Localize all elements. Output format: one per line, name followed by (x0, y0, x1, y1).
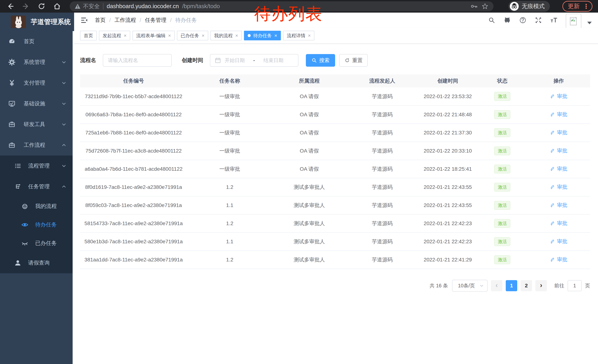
breadcrumb-home[interactable]: 首页 (95, 16, 106, 24)
tab-close-icon[interactable]: × (235, 33, 238, 38)
font-size-icon[interactable] (550, 16, 558, 24)
approve-link[interactable]: 审批 (550, 165, 567, 172)
reload-icon[interactable] (37, 2, 46, 10)
approve-link[interactable]: 审批 (550, 129, 567, 136)
date-range-picker[interactable]: 开始日期 - 结束日期 (210, 54, 299, 67)
tab-done-tasks[interactable]: 已办任务× (177, 31, 208, 40)
page-size-select[interactable]: 10条/页 (452, 280, 488, 291)
avatar[interactable] (566, 14, 581, 29)
prev-page-button[interactable]: ‹ (491, 280, 502, 291)
sidebar-item-done-tasks[interactable]: 已办任务 (0, 234, 73, 252)
date-range-separator: - (253, 57, 255, 63)
process-name-input[interactable] (103, 54, 172, 67)
search-button[interactable]: 搜索 (306, 54, 335, 67)
url-host: dashboard.yudao.iocoder.cn (107, 3, 179, 10)
task-initiator: 芋道源码 (346, 214, 418, 233)
update-label[interactable]: 更新 (568, 2, 580, 10)
forward-icon[interactable] (22, 2, 30, 10)
edit-pencil-icon (550, 202, 555, 208)
sidebar-item-workflow[interactable]: 工作流程 (0, 135, 73, 155)
browser-toolbar: 不安全 dashboard.yudao.iocoder.cn/bpm/task/… (0, 0, 598, 13)
sidebar-item-payment-mgmt[interactable]: 支付管理 (0, 73, 73, 93)
table-row: 58154733-7ac8-11ec-a9e2-a2380e71991a 1.2… (80, 214, 590, 233)
approve-link[interactable]: 审批 (550, 220, 567, 227)
task-name: 一级审批 (187, 87, 272, 105)
incognito-badge: 无痕模式 (508, 1, 550, 12)
update-button[interactable]: 更新 ⋮ (562, 1, 592, 12)
sidebar-item-label: 支付管理 (24, 79, 45, 87)
tab-my-process[interactable]: 我的流程× (210, 31, 242, 40)
tab-start-process[interactable]: 发起流程× (99, 31, 130, 40)
start-date-placeholder[interactable]: 开始日期 (225, 57, 245, 64)
fullscreen-icon[interactable] (535, 16, 542, 24)
logo-row[interactable]: 芋道管理系统 (0, 13, 74, 31)
home-icon[interactable] (53, 2, 61, 10)
approve-link[interactable]: 审批 (550, 184, 567, 191)
search-icon[interactable] (488, 16, 495, 24)
task-actions: 审批 (527, 251, 590, 269)
robot-face-icon (21, 202, 29, 210)
end-date-placeholder[interactable]: 结束日期 (263, 57, 283, 64)
next-page-button[interactable]: › (535, 280, 547, 291)
breadcrumb-workflow[interactable]: 工作流程 (115, 16, 136, 24)
tab-process-detail[interactable]: 流程详情× (283, 31, 314, 40)
breadcrumb-separator: / (170, 17, 172, 23)
page-1-button[interactable]: 1 (506, 280, 517, 291)
tab-close-icon[interactable]: × (308, 33, 311, 38)
breadcrumb-task-mgmt[interactable]: 任务管理 (145, 16, 166, 24)
edit-pencil-icon (550, 166, 555, 171)
approve-link[interactable]: 审批 (550, 202, 567, 209)
avatar-dropdown-caret[interactable] (587, 22, 592, 24)
github-icon[interactable] (504, 16, 511, 24)
address-bar[interactable]: 不安全 dashboard.yudao.iocoder.cn/bpm/task/… (70, 1, 493, 11)
edit-pencil-icon (550, 112, 555, 117)
tab-home[interactable]: 首页 (80, 31, 97, 40)
col-initiator: 流程发起人 (346, 74, 418, 87)
tab-close-icon[interactable]: × (124, 33, 126, 38)
sidebar-collapse-icon[interactable] (80, 16, 89, 24)
page-content: 流程名 创建时间 开始日期 - 结束日期 搜索 重 (74, 44, 598, 364)
approve-link[interactable]: 审批 (550, 256, 567, 263)
sidebar-item-dev-tools[interactable]: 研发工具 (0, 114, 73, 135)
task-status: 激活 (477, 142, 527, 160)
page-2-button[interactable]: 2 (521, 280, 532, 291)
screen: 不安全 dashboard.yudao.iocoder.cn/bpm/task/… (0, 0, 598, 364)
reset-button[interactable]: 重置 (339, 54, 368, 67)
sidebar-item-leave-query[interactable]: 请假查询 (0, 252, 73, 273)
edit-pencil-icon (550, 239, 555, 244)
sidebar-item-system-mgmt[interactable]: 系统管理 (0, 52, 73, 73)
sidebar-item-process-mgmt[interactable]: 流程管理 (0, 155, 73, 176)
bookmark-star-icon[interactable] (481, 3, 489, 10)
tab-close-icon[interactable]: × (168, 33, 171, 38)
task-process: OA 请假 (272, 87, 346, 105)
tab-close-icon[interactable]: × (274, 33, 277, 38)
status-badge: 激活 (494, 201, 510, 210)
goto-page-input[interactable] (568, 280, 582, 291)
search-button-label: 搜索 (319, 57, 330, 64)
sidebar-item-label: 研发工具 (24, 121, 45, 128)
monitor-icon (8, 100, 16, 107)
tab-form-edit[interactable]: 流程表单-编辑× (133, 31, 175, 40)
security-indicator[interactable]: 不安全 (75, 3, 100, 10)
browser-menu-icon[interactable]: ⋮ (583, 3, 589, 9)
sidebar-item-todo-tasks[interactable]: 待办任务 (0, 216, 73, 234)
task-status: 激活 (477, 160, 527, 178)
sidebar-item-my-process[interactable]: 我的流程 (0, 197, 73, 216)
tab-todo-tasks[interactable]: 待办任务× (244, 31, 281, 40)
approve-link[interactable]: 审批 (550, 238, 567, 245)
sidebar-item-home[interactable]: 首页 (0, 31, 73, 52)
back-icon[interactable] (6, 2, 15, 10)
password-key-icon[interactable] (471, 3, 478, 10)
tab-close-icon[interactable]: × (202, 33, 205, 38)
chevron-up-icon (61, 184, 66, 189)
incognito-icon (510, 2, 519, 11)
approve-link[interactable]: 审批 (550, 93, 567, 100)
task-initiator: 芋道源码 (346, 160, 418, 178)
help-icon[interactable] (519, 16, 526, 24)
chevron-down-icon (61, 60, 66, 65)
approve-link[interactable]: 审批 (550, 147, 567, 154)
breadcrumb-separator: / (140, 17, 141, 23)
sidebar-item-infrastructure[interactable]: 基础设施 (0, 93, 73, 114)
approve-link[interactable]: 审批 (550, 111, 567, 118)
sidebar-item-task-mgmt[interactable]: 任务管理 (0, 176, 73, 197)
